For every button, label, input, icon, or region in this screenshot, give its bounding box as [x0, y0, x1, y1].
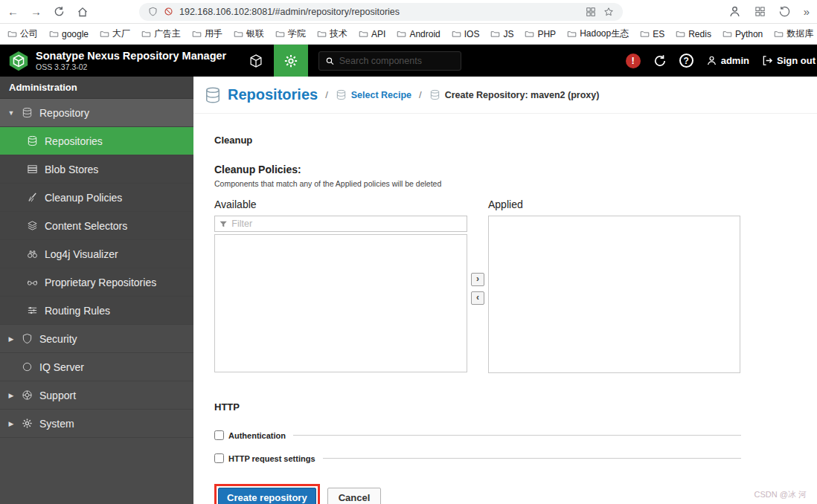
cleanup-policies-picker: Available › ‹ Applied — [214, 198, 741, 373]
caret-right-icon[interactable]: ▶ — [7, 420, 15, 427]
bookmark-folder[interactable]: 学院 — [275, 28, 306, 40]
bookmark-folder[interactable]: Hadoop生态 — [567, 28, 629, 40]
bookmark-folder[interactable]: 大厂 — [100, 28, 130, 40]
sidebar-item-routing-rules[interactable]: Routing Rules — [0, 297, 193, 325]
folder-icon — [676, 29, 685, 39]
health-error-badge[interactable]: ! — [626, 54, 641, 68]
breadcrumb-root[interactable]: Repositories — [204, 86, 318, 104]
sliders-icon — [27, 305, 38, 316]
caret-down-icon[interactable]: ▼ — [7, 109, 15, 117]
permissions-blocked-icon[interactable] — [164, 7, 173, 16]
available-policies-list[interactable] — [214, 234, 467, 372]
layers-icon — [27, 220, 38, 231]
bookmark-folder[interactable]: 用手 — [192, 28, 222, 40]
bookmark-folder[interactable]: 数据库 — [774, 28, 813, 40]
bookmark-folder[interactable]: 银联 — [234, 28, 264, 40]
component-search[interactable] — [318, 51, 461, 71]
sidebar-item-security[interactable]: ▶ Security — [0, 325, 193, 353]
back-icon[interactable]: ← — [7, 5, 19, 18]
bookmark-star-icon[interactable] — [603, 7, 614, 17]
bookmark-folder[interactable]: 公司 — [7, 28, 38, 40]
toolbar-overflow-icon[interactable]: » — [804, 5, 810, 18]
sidebar-item-blob-stores[interactable]: Blob Stores — [0, 155, 193, 184]
sign-out-button[interactable]: Sign out — [762, 55, 817, 66]
sidebar-item-content-selectors[interactable]: Content Selectors — [0, 212, 193, 240]
applied-label: Applied — [488, 198, 740, 210]
caret-right-icon[interactable]: ▶ — [7, 335, 15, 343]
url-text[interactable]: 192.168.106.102:8081/#admin/repository/r… — [179, 7, 580, 17]
extensions-icon[interactable] — [754, 6, 766, 17]
applied-policies-list[interactable] — [488, 216, 740, 373]
sidebar-item-iq-server[interactable]: IQ Server — [0, 353, 193, 381]
profile-icon[interactable] — [728, 5, 741, 18]
authentication-row: Authentication — [214, 430, 741, 440]
bookmark-folder[interactable]: google — [49, 29, 89, 39]
reload-icon[interactable] — [54, 6, 65, 17]
bookmark-folder[interactable]: ES — [640, 29, 664, 39]
breadcrumb-separator: / — [419, 89, 422, 100]
sign-out-label: Sign out — [777, 55, 816, 66]
sonatype-logo — [7, 50, 30, 72]
bookmark-folder[interactable]: Redis — [676, 29, 711, 39]
http-request-settings-checkbox[interactable] — [214, 453, 224, 463]
sidebar-item-repository[interactable]: ▼ Repository — [0, 99, 193, 127]
breadcrumb-current-label: Create Repository: maven2 (proxy) — [445, 90, 600, 100]
sidebar-item-cleanup-policies[interactable]: Cleanup Policies — [0, 184, 193, 212]
caret-right-icon[interactable]: ▶ — [7, 392, 15, 399]
user-name: admin — [721, 55, 749, 66]
sidebar-item-log4j-visualizer[interactable]: Log4j Visualizer — [0, 240, 193, 268]
cleanup-policies-help: Components that match any of the Applied… — [214, 179, 741, 188]
bookmark-label: Python — [735, 29, 763, 39]
binoculars-icon — [27, 248, 38, 259]
bookmark-folder[interactable]: Python — [723, 29, 763, 39]
bookmark-folder[interactable]: API — [359, 29, 385, 39]
http-request-settings-row: HTTP request settings — [214, 453, 741, 463]
bookmark-folder[interactable]: 技术 — [317, 28, 347, 40]
folder-icon — [7, 29, 17, 39]
bookmark-folder[interactable]: JS — [490, 29, 513, 39]
breadcrumb-select-recipe[interactable]: Select Recipe — [336, 89, 411, 100]
cleanup-policies-label: Cleanup Policies: — [214, 164, 741, 175]
bookmark-label: 公司 — [20, 28, 38, 40]
address-bar[interactable]: 192.168.106.102:8081/#admin/repository/r… — [139, 3, 623, 21]
admin-mode-tab[interactable] — [274, 45, 308, 77]
help-icon[interactable]: ? — [679, 54, 693, 68]
bookmark-folder[interactable]: IOS — [452, 29, 480, 39]
bookmark-folder[interactable]: Android — [397, 29, 440, 39]
sidebar-header: Administration — [0, 77, 193, 99]
bookmark-label: API — [371, 29, 385, 39]
sidebar-item-label: Proprietary Repositories — [45, 277, 156, 288]
qr-code-icon[interactable] — [586, 7, 596, 17]
refresh-icon[interactable] — [653, 54, 667, 68]
sidebar-item-system[interactable]: ▶ System — [0, 410, 193, 438]
glasses-icon — [27, 277, 38, 288]
move-right-button[interactable]: › — [471, 273, 484, 286]
filter-input[interactable] — [231, 219, 463, 229]
section-divider — [323, 458, 741, 459]
sign-out-icon — [762, 55, 773, 66]
history-icon[interactable] — [779, 6, 790, 17]
bookmark-folder[interactable]: PHP — [525, 29, 556, 39]
authentication-checkbox[interactable] — [214, 430, 224, 440]
bookmark-label: 技术 — [330, 28, 347, 40]
sidebar-item-support[interactable]: ▶ Support — [0, 381, 193, 410]
product-version: OSS 3.37.3-02 — [36, 62, 226, 71]
search-input[interactable] — [339, 56, 455, 66]
move-left-button[interactable]: ‹ — [471, 291, 484, 305]
bookmark-folder[interactable]: 广告主 — [141, 28, 181, 40]
sidebar-item-proprietary-repositories[interactable]: Proprietary Repositories — [0, 268, 193, 297]
circle-icon — [22, 361, 33, 372]
sidebar-item-repositories[interactable]: Repositories — [0, 127, 193, 155]
site-security-shield-icon[interactable] — [148, 7, 158, 16]
create-repository-button[interactable]: Create repository — [218, 488, 316, 504]
cancel-button[interactable]: Cancel — [327, 488, 382, 504]
folder-icon — [359, 29, 368, 39]
browse-mode-icon[interactable] — [249, 54, 263, 68]
forward-icon[interactable]: → — [31, 5, 42, 18]
bookmark-label: JS — [503, 29, 513, 39]
sidebar-item-label: System — [39, 418, 74, 430]
current-user[interactable]: admin — [706, 55, 749, 66]
home-icon[interactable] — [77, 6, 89, 18]
available-filter[interactable] — [214, 216, 467, 232]
folder-icon — [490, 29, 500, 39]
